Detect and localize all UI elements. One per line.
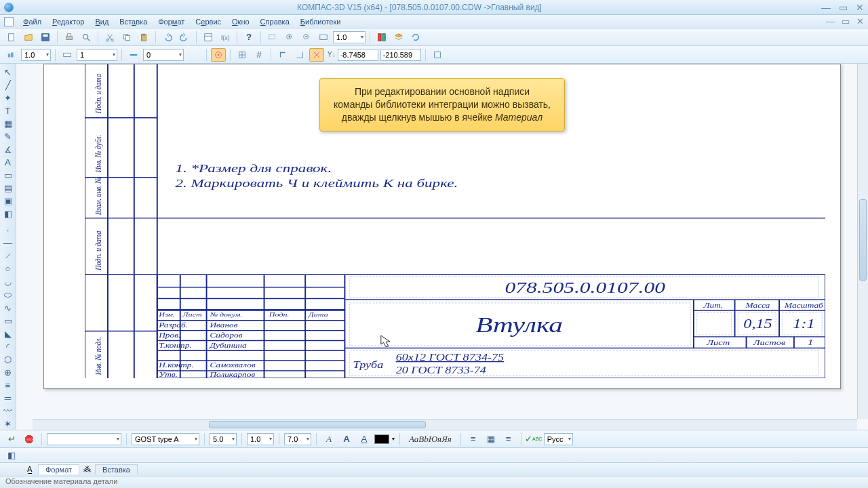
save-button[interactable] bbox=[38, 30, 53, 44]
lang-dropdown[interactable]: Русс bbox=[544, 433, 574, 445]
new-button[interactable] bbox=[4, 30, 19, 44]
report-tool-icon[interactable]: ▣ bbox=[1, 195, 15, 207]
arc-tool-icon[interactable]: ◡ bbox=[1, 276, 15, 287]
dim-tool-icon[interactable]: ✦ bbox=[1, 92, 15, 104]
align-left-button[interactable]: ≡ bbox=[466, 432, 481, 446]
menu-view[interactable]: Вид bbox=[91, 17, 113, 26]
horizontal-scrollbar[interactable] bbox=[33, 419, 857, 430]
spellcheck-button[interactable]: ✓ABC bbox=[526, 432, 541, 446]
point-tool-icon[interactable]: · bbox=[1, 224, 15, 236]
tab-insert[interactable]: Вставка bbox=[95, 464, 138, 474]
view-state-button[interactable] bbox=[4, 48, 19, 62]
menu-file[interactable]: Файл bbox=[19, 17, 45, 26]
refresh-icon[interactable] bbox=[408, 30, 423, 44]
minimize-button[interactable]: — bbox=[821, 2, 831, 13]
menu-window[interactable]: Окно bbox=[228, 17, 254, 26]
chamfer-tool-icon[interactable]: ◣ bbox=[1, 328, 15, 340]
zoom-out-button[interactable]: − bbox=[299, 30, 314, 44]
zoom-in-button[interactable]: + bbox=[282, 30, 297, 44]
vertical-scrollbar[interactable] bbox=[857, 64, 868, 419]
circle-tool-icon[interactable]: ○ bbox=[1, 263, 15, 274]
round-button[interactable] bbox=[292, 48, 307, 62]
mdi-close-button[interactable]: ✕ bbox=[856, 16, 864, 26]
pin-button[interactable]: ◧ bbox=[4, 449, 19, 462]
ellipse-tool-icon[interactable]: ⬭ bbox=[1, 289, 15, 301]
mdi-minimize-button[interactable]: — bbox=[826, 16, 835, 26]
grid-button[interactable] bbox=[235, 48, 250, 62]
drawing-canvas[interactable]: ТУ 14-029-… Подп. и дата Инв. № дубл. Вз… bbox=[16, 64, 868, 430]
apply-button[interactable]: ↵ bbox=[4, 432, 19, 446]
align-grid-button[interactable]: ▦ bbox=[484, 432, 498, 446]
hatch-tool-icon[interactable]: ▦ bbox=[1, 118, 15, 129]
redraw-button[interactable] bbox=[374, 30, 389, 44]
narrow-dropdown[interactable]: 7.0 bbox=[284, 433, 311, 445]
cut-button[interactable] bbox=[102, 30, 117, 44]
menu-service[interactable]: Сервис bbox=[191, 17, 225, 26]
paste-button[interactable] bbox=[136, 30, 151, 44]
zoom-fit-button[interactable] bbox=[316, 30, 331, 44]
underline-button[interactable]: A bbox=[357, 432, 372, 446]
redo-button[interactable] bbox=[177, 30, 192, 44]
maximize-button[interactable]: ▭ bbox=[839, 2, 848, 13]
segment-tool-icon[interactable]: — bbox=[1, 237, 15, 249]
linestyle-icon[interactable] bbox=[126, 48, 141, 62]
insert-tool-icon[interactable]: ◧ bbox=[1, 208, 15, 220]
stretch-dropdown[interactable]: 1.0 bbox=[247, 433, 274, 445]
star-tool-icon[interactable]: ✶ bbox=[1, 418, 15, 430]
variables-button[interactable]: f(x) bbox=[218, 30, 233, 44]
tab-format[interactable]: Формат bbox=[38, 464, 79, 474]
undo-button[interactable] bbox=[160, 30, 175, 44]
font-dropdown[interactable]: GOST type A bbox=[132, 433, 199, 445]
menu-edit[interactable]: Редактор bbox=[48, 17, 88, 26]
localcs-button[interactable] bbox=[309, 48, 324, 62]
rect-tool-icon[interactable]: ▭ bbox=[1, 315, 15, 327]
spec-tool-icon[interactable]: ▤ bbox=[1, 182, 15, 194]
stop-button[interactable]: STOP bbox=[22, 432, 37, 446]
multiline-tool-icon[interactable]: ═ bbox=[1, 392, 15, 404]
measure-tool-icon[interactable]: A bbox=[1, 157, 15, 168]
autoaxis-tool-icon[interactable]: ⊕ bbox=[1, 367, 15, 378]
color-swatch[interactable] bbox=[374, 434, 389, 444]
fillet-tool-icon[interactable]: ◜ bbox=[1, 341, 15, 352]
spline-tool-icon[interactable]: ∿ bbox=[1, 302, 15, 314]
layers-button[interactable] bbox=[391, 30, 406, 44]
arrow-tool-icon[interactable]: ↖ bbox=[1, 66, 15, 78]
copy-button[interactable] bbox=[119, 30, 134, 44]
help-icon[interactable]: ? bbox=[241, 30, 256, 44]
scale-dropdown[interactable]: 1.0 bbox=[21, 49, 51, 61]
text-tool-icon[interactable]: T bbox=[1, 105, 15, 117]
print-button[interactable] bbox=[62, 30, 77, 44]
poly-tool-icon[interactable]: ⬡ bbox=[1, 354, 15, 365]
menu-format[interactable]: Формат bbox=[154, 17, 189, 26]
select-tool-icon[interactable]: ▭ bbox=[1, 169, 15, 181]
zoom-value-dropdown[interactable]: 1.0 bbox=[333, 31, 366, 43]
menu-insert[interactable]: Вставка bbox=[115, 17, 151, 26]
linestyle-dropdown[interactable]: 0 bbox=[143, 49, 184, 61]
edit-tool-icon[interactable]: ✎ bbox=[1, 131, 15, 142]
mdi-restore-button[interactable]: ▭ bbox=[842, 16, 850, 26]
bold-button[interactable]: A bbox=[339, 432, 354, 446]
preview-button[interactable] bbox=[79, 30, 94, 44]
snap-grid-button[interactable]: # bbox=[252, 48, 267, 62]
param-tool-icon[interactable]: ∡ bbox=[1, 144, 15, 155]
align-right-button[interactable]: ≡ bbox=[501, 432, 516, 446]
offset-tool-icon[interactable]: ≡ bbox=[1, 380, 15, 391]
layer-dropdown[interactable]: 1 bbox=[77, 49, 117, 61]
snap-button[interactable] bbox=[211, 48, 226, 62]
trim-tool-icon[interactable]: 〰 bbox=[1, 405, 15, 417]
zoom-window-button[interactable] bbox=[265, 30, 280, 44]
menu-help[interactable]: Справка bbox=[256, 17, 294, 26]
menu-libraries[interactable]: Библиотеки bbox=[296, 17, 345, 26]
coord-y-field[interactable]: -210.589 bbox=[380, 49, 421, 61]
param-button[interactable] bbox=[430, 48, 445, 62]
manager-button[interactable] bbox=[201, 30, 216, 44]
close-button[interactable]: ✕ bbox=[856, 2, 864, 13]
italic-button[interactable]: A bbox=[321, 432, 336, 446]
style-dropdown[interactable] bbox=[47, 433, 121, 445]
ortho-button[interactable] bbox=[275, 48, 290, 62]
coord-x-field[interactable]: -8.7458 bbox=[338, 49, 378, 61]
font-size-dropdown[interactable]: 5.0 bbox=[210, 433, 237, 445]
seg2-tool-icon[interactable]: ⟋ bbox=[1, 250, 15, 262]
layer-icon[interactable] bbox=[60, 48, 75, 62]
open-button[interactable] bbox=[21, 30, 36, 44]
